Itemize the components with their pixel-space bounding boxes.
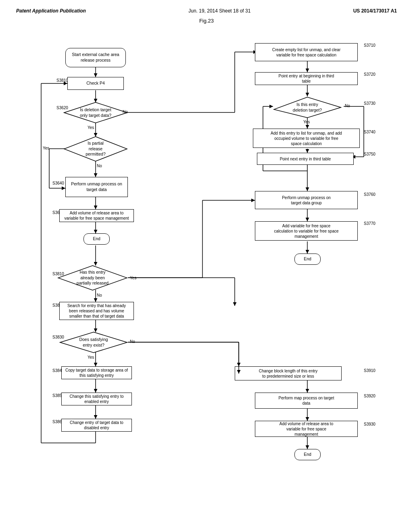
start-box: Start external cache arearelease process bbox=[65, 48, 126, 67]
header-right: US 2014/173017 A1 bbox=[353, 8, 397, 14]
s3640-box: Perform unmap process ontarget data bbox=[65, 177, 128, 197]
s3630-no-label: No bbox=[97, 164, 102, 168]
s3710-box: Create empty list for unmap, and clearva… bbox=[255, 43, 358, 61]
s3760-box: Perform unmap process ontarget data grou… bbox=[255, 191, 358, 209]
s3770-label: S3770 bbox=[364, 221, 375, 226]
s3920-box: Perform map process on targetdata bbox=[255, 393, 358, 409]
s3920-label: S3920 bbox=[364, 394, 375, 398]
s3810-check-box: Check P4 bbox=[67, 77, 124, 90]
s3730-no-label: No bbox=[345, 104, 350, 108]
header-center: Jun. 19, 2014 Sheet 18 of 31 bbox=[188, 8, 250, 14]
figure-title: Fig.23 bbox=[16, 18, 397, 24]
end3-box: End bbox=[294, 449, 321, 460]
end1-box: End bbox=[83, 233, 110, 245]
s3850-box: Change this satisfying entry toenabled e… bbox=[61, 393, 132, 405]
s3810-label: S3810 bbox=[56, 78, 68, 83]
s3720-label: S3720 bbox=[364, 72, 375, 77]
header-left: Patent Application Publication bbox=[16, 8, 86, 14]
s3730-yes-label: Yes bbox=[303, 120, 310, 124]
s3910-label: S3910 bbox=[364, 368, 375, 373]
s3720-box: Point entry at beginning in thirdtable bbox=[255, 72, 358, 85]
s3640-label: S3640 bbox=[52, 181, 64, 185]
s3730-diamond: Is this entrydeletion target? bbox=[273, 96, 342, 118]
s3650-box: Add volume of release area tovariable fo… bbox=[59, 209, 134, 222]
s3620-diamond: Is deletion targetonly target data? bbox=[63, 102, 128, 124]
s3810-no-label: No bbox=[97, 293, 102, 297]
s3820-box: Search for entry that has alreadybeen re… bbox=[59, 302, 134, 320]
s3630-yes-label: Yes bbox=[43, 146, 49, 150]
s3730-label: S3730 bbox=[364, 101, 375, 106]
s3910-box: Change block length of this entryto pred… bbox=[235, 366, 342, 380]
s3830-yes-label: Yes bbox=[88, 355, 94, 360]
s3620-no-label: No bbox=[123, 110, 128, 114]
s3770-box: Add variable for free spacecalculation t… bbox=[255, 221, 358, 241]
s3750-box: Point next entry in third table bbox=[257, 153, 354, 165]
s3810-yes-label: Yes bbox=[130, 276, 136, 280]
s3740-label: S3740 bbox=[364, 130, 375, 134]
s3630-diamond: Is partialreleasepermitted? bbox=[63, 136, 128, 162]
page: Patent Application Publication Jun. 19, … bbox=[0, 0, 413, 532]
s3930-box: Add volume of release area tovariable fo… bbox=[255, 421, 358, 437]
s3860-box: Change entry of target data todisabled e… bbox=[61, 419, 132, 432]
s3740-box: Add this entry to list for unmap, and ad… bbox=[253, 129, 360, 148]
page-header: Patent Application Publication Jun. 19, … bbox=[16, 8, 397, 14]
s3810-diamond: Has this entryalready beenpartially rele… bbox=[57, 265, 128, 291]
s3840-box: Copy target data to storage area ofthis … bbox=[61, 366, 132, 379]
s3760-label: S3760 bbox=[364, 192, 375, 197]
s3930-label: S3930 bbox=[364, 422, 375, 426]
diagram: Start external cache arearelease process… bbox=[25, 32, 388, 475]
s3750-label: S3750 bbox=[364, 152, 375, 156]
s3710-label: S3710 bbox=[364, 43, 375, 48]
s3830-no-label: No bbox=[130, 339, 135, 344]
end2-box: End bbox=[294, 254, 321, 265]
s3620-yes-label: Yes bbox=[88, 125, 94, 130]
s3830-diamond: Does satisfyingentry exist? bbox=[59, 331, 128, 353]
